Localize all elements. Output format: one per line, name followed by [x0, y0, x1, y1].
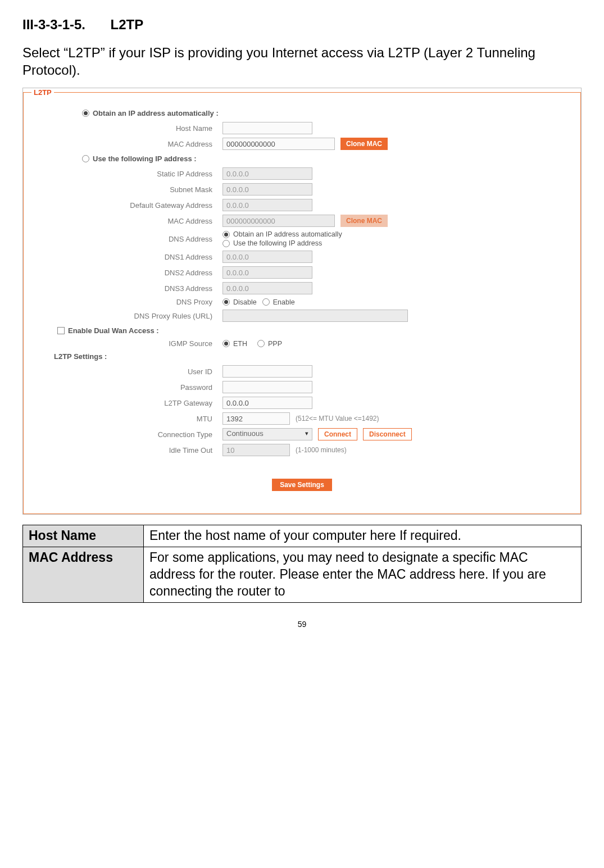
table-header: MAC Address	[23, 547, 144, 603]
dns-auto-label: Obtain an IP address automatically	[233, 230, 342, 238]
l2tp-settings-heading: L2TP Settings :	[54, 352, 573, 361]
static-ip-label: Static IP Address	[31, 170, 222, 178]
fieldset-legend: L2TP	[31, 88, 54, 97]
subnet-mask-label: Subnet Mask	[31, 185, 222, 194]
radio-icon[interactable]	[82, 155, 89, 162]
radio-icon[interactable]	[222, 298, 230, 306]
connect-button[interactable]: Connect	[318, 428, 357, 440]
dns-proxy-disable-option[interactable]: Disable	[222, 298, 257, 306]
password-input[interactable]	[222, 381, 312, 393]
disable-label: Disable	[233, 298, 257, 306]
default-gateway-label: Default Gateway Address	[31, 201, 222, 210]
mac-address-label-2: MAC Address	[31, 217, 222, 225]
dns-manual-label: Use the following IP address	[233, 239, 322, 247]
l2tp-screenshot: L2TP Obtain an IP address automatically …	[22, 88, 582, 515]
enable-dual-wan-option[interactable]: Enable Dual Wan Access :	[57, 326, 573, 335]
l2tp-fieldset: L2TP Obtain an IP address automatically …	[23, 88, 581, 514]
eth-label: ETH	[233, 340, 247, 348]
radio-icon[interactable]	[222, 240, 230, 247]
l2tp-gateway-input[interactable]	[222, 397, 312, 409]
host-name-input[interactable]	[222, 122, 312, 134]
radio-icon[interactable]	[222, 340, 230, 347]
disconnect-button[interactable]: Disconnect	[363, 428, 412, 440]
dns3-label: DNS3 Address	[31, 284, 222, 293]
mac-address-label: MAC Address	[31, 140, 222, 148]
mtu-hint: (512<= MTU Value <=1492)	[296, 415, 379, 422]
mac-address-input[interactable]	[222, 138, 335, 150]
radio-icon[interactable]	[222, 231, 230, 238]
mtu-label: MTU	[31, 415, 222, 423]
use-following-ip-label: Use the following IP address :	[93, 154, 197, 163]
connection-type-label: Connection Type	[31, 430, 222, 439]
obtain-ip-auto-option[interactable]: Obtain an IP address automatically :	[82, 109, 573, 117]
intro-paragraph: Select “L2TP” if your ISP is providing y…	[22, 44, 582, 79]
page-number: 59	[22, 620, 582, 629]
table-header: Host Name	[23, 525, 144, 547]
section-number: III-3-3-1-5.	[22, 17, 85, 33]
dns-proxy-rules-input[interactable]	[222, 310, 408, 322]
clone-mac-button[interactable]: Clone MAC	[340, 138, 388, 150]
dns3-input[interactable]	[222, 282, 312, 294]
dns-manual-option[interactable]: Use the following IP address	[222, 239, 322, 247]
igmp-source-label: IGMP Source	[31, 339, 222, 348]
mac-address-input-2[interactable]	[222, 215, 335, 227]
password-label: Password	[31, 383, 222, 392]
l2tp-gateway-label: L2TP Gateway	[31, 399, 222, 407]
idle-timeout-hint: (1-1000 minutes)	[296, 446, 347, 454]
default-gateway-input[interactable]	[222, 199, 312, 211]
static-ip-input[interactable]	[222, 167, 312, 180]
dns1-input[interactable]	[222, 251, 312, 263]
ppp-label: PPP	[268, 340, 282, 348]
dns-proxy-rules-label: DNS Proxy Rules (URL)	[31, 312, 222, 320]
radio-icon[interactable]	[82, 110, 89, 117]
clone-mac-button-2[interactable]: Clone MAC	[340, 215, 388, 227]
enable-label: Enable	[273, 298, 295, 306]
idle-timeout-input[interactable]	[222, 444, 290, 456]
description-table: Host Name Enter the host name of your co…	[22, 525, 582, 603]
user-id-input[interactable]	[222, 365, 312, 378]
dns2-input[interactable]	[222, 266, 312, 279]
dns-address-label: DNS Address	[31, 235, 222, 243]
use-following-ip-option[interactable]: Use the following IP address :	[82, 154, 573, 163]
table-cell: For some applications, you may need to d…	[144, 547, 582, 603]
section-title: L2TP	[110, 17, 143, 33]
radio-icon[interactable]	[262, 298, 270, 306]
igmp-ppp-option[interactable]: PPP	[257, 340, 282, 348]
obtain-ip-auto-label: Obtain an IP address automatically :	[93, 109, 219, 117]
enable-dual-wan-label: Enable Dual Wan Access :	[68, 326, 159, 335]
dns-auto-option[interactable]: Obtain an IP address automatically	[222, 230, 342, 238]
igmp-eth-option[interactable]: ETH	[222, 340, 247, 348]
table-cell: Enter the host name of your computer her…	[144, 525, 582, 547]
dns1-label: DNS1 Address	[31, 253, 222, 261]
idle-timeout-label: Idle Time Out	[31, 446, 222, 455]
dns2-label: DNS2 Address	[31, 269, 222, 277]
dns-proxy-enable-option[interactable]: Enable	[262, 298, 295, 306]
mtu-input[interactable]	[222, 412, 290, 425]
subnet-mask-input[interactable]	[222, 183, 312, 196]
checkbox-icon[interactable]	[57, 327, 65, 334]
user-id-label: User ID	[31, 367, 222, 376]
radio-icon[interactable]	[257, 340, 265, 347]
host-name-label: Host Name	[31, 124, 222, 133]
connection-type-select[interactable]: Continuous	[222, 428, 312, 440]
dns-proxy-label: DNS Proxy	[31, 298, 222, 306]
save-settings-button[interactable]: Save Settings	[272, 479, 332, 491]
